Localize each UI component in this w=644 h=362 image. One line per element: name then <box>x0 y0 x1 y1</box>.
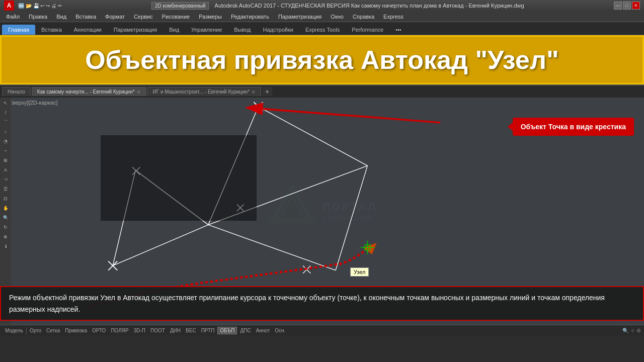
tool-spline[interactable]: ~ <box>1 146 10 155</box>
watermark-logo <box>267 182 317 241</box>
tab-view[interactable]: Вид <box>163 25 185 35</box>
tool-text[interactable]: A <box>1 165 10 174</box>
status-prtp[interactable]: ПРТП <box>199 327 217 334</box>
menu-window[interactable]: Окно <box>327 13 348 21</box>
tool-block[interactable]: ⊡ <box>1 194 10 203</box>
status-dps[interactable]: ДПС <box>238 327 253 334</box>
tool-properties[interactable]: ℹ <box>1 242 10 251</box>
doc-tab-close-2[interactable]: ✕ <box>252 89 256 95</box>
autocad-logo: A <box>4 1 14 11</box>
tool-orbit[interactable]: ↻ <box>1 223 10 232</box>
close-button[interactable]: ✕ <box>632 2 640 10</box>
doc-tab-close-1[interactable]: ✕ <box>137 89 141 95</box>
menu-file[interactable]: Файл <box>2 13 24 21</box>
status-dyn[interactable]: ДИН <box>168 327 183 334</box>
tab-insert[interactable]: Вставка <box>35 25 68 35</box>
menu-view[interactable]: Вид <box>52 13 70 21</box>
doc-tab-active[interactable]: Как самому начерти... - Евгений Курицин*… <box>32 87 146 96</box>
menu-draw[interactable]: Рисование <box>158 13 194 21</box>
tab-output[interactable]: Вывод <box>228 25 257 35</box>
titlebar-left: A 🆕 📂 💾 ↩ ↪ 🖨 ✏ <box>4 1 62 11</box>
status-objp[interactable]: ОБЪП <box>217 327 237 334</box>
tool-polyline[interactable]: ⌒ <box>1 118 10 127</box>
drawing-area: [-][Сверху][2D-каркас] ПОРТАЛ черчения <box>0 98 644 325</box>
doc-tab-start[interactable]: Начало <box>2 87 31 96</box>
menu-help[interactable]: Справка <box>349 13 378 21</box>
status-polar[interactable]: ПОЛЯР <box>109 327 130 334</box>
menu-service[interactable]: Сервис <box>130 13 157 21</box>
titlebar-title: 2D комбинированный Autodesk AutoCAD 2017… <box>62 3 614 9</box>
tab-more[interactable]: ••• <box>389 25 408 35</box>
tool-layer[interactable]: ☰ <box>1 185 10 194</box>
tab-parametrize[interactable]: Параметризация <box>108 25 163 35</box>
ribbon-area: Отрезок По... ✏ ⊙ ◔ ⇔ ⿰ ↻ ✂ ⊣ Блок ▼ ≡ ⊙… <box>0 35 644 85</box>
tab-performance[interactable]: Performance <box>346 25 389 35</box>
tool-arc[interactable]: ◔ <box>1 137 10 146</box>
tab-manage[interactable]: Управление <box>185 25 228 35</box>
status-annot[interactable]: Аннот <box>254 327 272 334</box>
status-snap[interactable]: Привязка <box>63 327 89 334</box>
title-bar: A 🆕 📂 💾 ↩ ↪ 🖨 ✏ 2D комбинированный Autod… <box>0 0 644 11</box>
document-tabs: Начало Как самому начерти... - Евгений К… <box>0 85 644 98</box>
description-box: Режим объектной привязки Узел в Автокад … <box>0 286 644 321</box>
status-3d[interactable]: 3D-П <box>132 327 147 334</box>
menu-bar: Файл Правка Вид Вставка Формат Сервис Ри… <box>0 11 644 22</box>
zoom-indicator: 🔍 <box>622 328 628 333</box>
coord-x: ⊹ <box>630 328 634 333</box>
menu-edit[interactable]: Правка <box>25 13 51 21</box>
menu-parametrize[interactable]: Параметризация <box>274 13 326 21</box>
tool-circle[interactable]: ○ <box>1 127 10 136</box>
tab-annotations[interactable]: Аннотации <box>68 25 108 35</box>
ribbon-tab-bar: Главная Вставка Аннотации Параметризация… <box>0 22 644 35</box>
main-content: ↖ / ⌒ ○ ◔ ~ ⊞ A ⊣ ☰ ⊡ ✋ 🔍 ↻ ⊕ ℹ [-][Свер… <box>0 98 644 325</box>
minimize-button[interactable]: — <box>614 2 622 10</box>
tool-dim[interactable]: ⊣ <box>1 175 10 184</box>
menu-dimensions[interactable]: Размеры <box>195 13 226 21</box>
tool-navcube[interactable]: ⊕ <box>1 232 10 241</box>
status-weight[interactable]: ВЕС <box>184 327 198 334</box>
tool-pan[interactable]: ✋ <box>1 204 10 213</box>
banner-overlay: Объектная привязка Автокад "Узел" <box>0 35 644 84</box>
tool-line[interactable]: / <box>1 108 10 117</box>
banner-text: Объектная привязка Автокад "Узел" <box>85 45 558 75</box>
tab-addins[interactable]: Надстройки <box>257 25 299 35</box>
snap-tooltip: Узел <box>350 267 369 277</box>
menu-modify[interactable]: Редактировать <box>227 13 273 21</box>
tool-hatch[interactable]: ⊞ <box>1 156 10 165</box>
tab-express-tools[interactable]: Express Tools <box>299 25 346 35</box>
settings-icon[interactable]: ⚙ <box>636 328 641 333</box>
menu-express[interactable]: Express <box>379 13 408 21</box>
menu-insert[interactable]: Вставка <box>71 13 100 21</box>
status-model[interactable]: Модель <box>3 327 25 334</box>
status-osnov[interactable]: Осн. <box>273 327 287 334</box>
maximize-button[interactable]: □ <box>623 2 631 10</box>
tab-home[interactable]: Главная <box>2 25 35 35</box>
add-tab-button[interactable]: + <box>262 87 272 96</box>
menu-format[interactable]: Формат <box>101 13 129 21</box>
status-bar: Модель Орто Сетка Привязка ОРТО ПОЛЯР 3D… <box>0 325 644 336</box>
tool-select[interactable]: ↖ <box>1 99 10 108</box>
watermark-line2: черчения <box>323 213 373 222</box>
tool-zoom[interactable]: 🔍 <box>1 213 10 222</box>
status-ortho[interactable]: Орто <box>28 327 43 334</box>
point-callout: Объект Точка в виде крестика <box>513 118 634 136</box>
status-grid[interactable]: Сетка <box>44 327 62 334</box>
status-poot[interactable]: ПООТ <box>148 327 167 334</box>
watermark: ПОРТАЛ черчения <box>267 182 377 241</box>
status-ortho2[interactable]: ОРТО <box>90 327 108 334</box>
titlebar-controls[interactable]: — □ ✕ <box>614 2 640 10</box>
watermark-line1: ПОРТАЛ <box>323 200 377 213</box>
doc-tab-2[interactable]: ИГ и Машиностроит... - Евгений Курицин* … <box>147 87 261 96</box>
